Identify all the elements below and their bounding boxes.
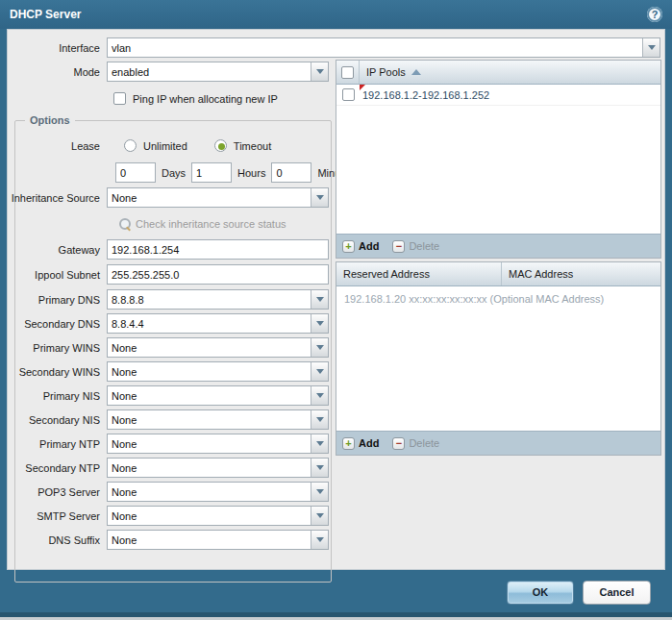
chevron-down-icon[interactable] — [311, 290, 328, 309]
hours-label: Hours — [237, 167, 265, 179]
ip-pools-header[interactable]: IP Pools — [336, 61, 660, 85]
pop3-server-combo[interactable] — [107, 482, 329, 502]
cancel-button[interactable]: Cancel — [583, 581, 651, 605]
dns-suffix-combo[interactable] — [107, 530, 329, 550]
primary-wins-input[interactable] — [107, 337, 329, 358]
smtp-server-combo[interactable] — [107, 506, 329, 526]
primary-ntp-row: Primary NTP — [8, 434, 329, 454]
ip-pool-row-checkbox[interactable] — [342, 88, 355, 101]
add-icon: + — [342, 437, 355, 450]
ip-pools-delete-button[interactable]: − Delete — [392, 240, 439, 253]
secondary-ntp-input[interactable] — [107, 458, 329, 478]
primary-dns-label: Primary DNS — [8, 294, 107, 306]
primary-dns-combo[interactable] — [107, 289, 329, 310]
ip-pools-select-all-checkbox[interactable] — [341, 66, 354, 79]
secondary-ntp-label: Secondary NTP — [8, 462, 107, 474]
secondary-nis-row: Secondary NIS — [8, 409, 329, 430]
days-label: Days — [162, 167, 186, 179]
reserved-address-list: 192.168.1.20 xx:xx:xx:xx:xx:xx (Optional… — [336, 286, 660, 431]
reserved-address-header[interactable]: Reserved Address MAC Address — [336, 262, 660, 286]
ping-ip-checkbox[interactable] — [113, 92, 126, 105]
mode-combo[interactable] — [107, 62, 329, 82]
chevron-down-icon[interactable] — [311, 314, 328, 333]
gateway-input[interactable] — [107, 239, 329, 260]
delete-icon: − — [392, 240, 405, 253]
secondary-dns-input[interactable] — [107, 313, 329, 334]
secondary-ntp-combo[interactable] — [107, 458, 329, 478]
ok-button[interactable]: OK — [507, 581, 574, 605]
secondary-wins-row: Secondary WINS — [8, 361, 329, 382]
chevron-down-icon[interactable] — [642, 38, 660, 57]
ping-ip-row: Ping IP when allocating new IP — [113, 88, 278, 109]
check-inheritance-status-label: Check inheritance source status — [136, 218, 286, 230]
inheritance-source-combo[interactable] — [107, 187, 329, 208]
primary-wins-label: Primary WINS — [8, 342, 107, 354]
dns-suffix-input[interactable] — [107, 530, 329, 550]
ip-pools-column-header: IP Pools — [366, 66, 406, 78]
chevron-down-icon[interactable] — [311, 483, 328, 501]
dialog-titlebar: DHCP Server ? — [0, 0, 672, 29]
days-input[interactable] — [115, 162, 156, 183]
secondary-dns-row: Secondary DNS — [8, 313, 329, 334]
ip-pool-row[interactable]: 192.168.1.2-192.168.1.252 — [336, 85, 660, 106]
interface-label: Interface — [8, 42, 107, 54]
hours-input[interactable] — [191, 162, 232, 183]
interface-combo[interactable] — [107, 37, 660, 58]
ip-pools-toolbar: + Add − Delete — [336, 234, 660, 258]
lease-unlimited-label: Unlimited — [143, 140, 187, 152]
dns-suffix-label: DNS Suffix — [8, 534, 107, 546]
add-icon: + — [342, 240, 355, 253]
chevron-down-icon[interactable] — [311, 338, 328, 357]
primary-nis-input[interactable] — [107, 385, 329, 406]
help-icon[interactable]: ? — [647, 7, 662, 22]
smtp-server-label: SMTP Server — [8, 510, 107, 522]
lease-timeout-radio[interactable] — [214, 139, 227, 152]
primary-wins-combo[interactable] — [107, 337, 329, 358]
chevron-down-icon[interactable] — [311, 459, 328, 477]
primary-nis-combo[interactable] — [107, 385, 329, 406]
secondary-wins-combo[interactable] — [107, 361, 329, 382]
reserved-delete-button[interactable]: − Delete — [392, 437, 439, 450]
chevron-down-icon[interactable] — [311, 434, 328, 453]
primary-dns-input[interactable] — [107, 289, 329, 310]
add-label: Add — [359, 437, 379, 449]
chevron-down-icon[interactable] — [311, 531, 328, 549]
secondary-wins-label: Secondary WINS — [8, 366, 107, 378]
minutes-input[interactable] — [271, 162, 311, 183]
secondary-nis-input[interactable] — [107, 409, 329, 430]
secondary-nis-combo[interactable] — [107, 409, 329, 430]
ip-pool-value: 192.168.1.2-192.168.1.252 — [360, 89, 489, 101]
chevron-down-icon[interactable] — [311, 507, 328, 525]
reserved-add-button[interactable]: + Add — [342, 437, 379, 450]
chevron-down-icon[interactable] — [311, 362, 328, 381]
mac-address-column-header: MAC Address — [502, 268, 573, 280]
secondary-nis-label: Secondary NIS — [8, 414, 107, 426]
delete-icon: − — [392, 437, 405, 450]
pop3-server-input[interactable] — [107, 482, 329, 502]
secondary-dns-combo[interactable] — [107, 313, 329, 334]
ip-pools-add-button[interactable]: + Add — [342, 240, 379, 253]
smtp-server-input[interactable] — [107, 506, 329, 526]
gateway-label: Gateway — [8, 244, 107, 256]
primary-ntp-combo[interactable] — [107, 434, 329, 454]
chevron-down-icon[interactable] — [311, 188, 328, 207]
mode-input[interactable] — [107, 62, 329, 82]
check-inheritance-status-link[interactable]: Check inheritance source status — [119, 213, 286, 234]
sort-ascending-icon — [411, 69, 421, 75]
primary-ntp-input[interactable] — [107, 434, 329, 454]
lease-unlimited-radio[interactable] — [124, 139, 137, 152]
secondary-ntp-row: Secondary NTP — [8, 458, 329, 478]
secondary-wins-input[interactable] — [107, 361, 329, 382]
chevron-down-icon[interactable] — [311, 386, 328, 405]
primary-nis-row: Primary NIS — [8, 385, 329, 406]
chevron-down-icon[interactable] — [311, 410, 328, 429]
secondary-dns-label: Secondary DNS — [8, 318, 107, 330]
mode-label: Mode — [8, 66, 107, 78]
inheritance-source-input[interactable] — [107, 187, 329, 208]
ip-pools-list: 192.168.1.2-192.168.1.252 — [336, 85, 660, 234]
ippool-subnet-input[interactable] — [107, 264, 329, 285]
lease-timeout-label: Timeout — [234, 140, 271, 152]
ippool-subnet-label: Ippool Subnet — [8, 269, 107, 281]
interface-input[interactable] — [107, 37, 660, 58]
chevron-down-icon[interactable] — [311, 62, 328, 81]
